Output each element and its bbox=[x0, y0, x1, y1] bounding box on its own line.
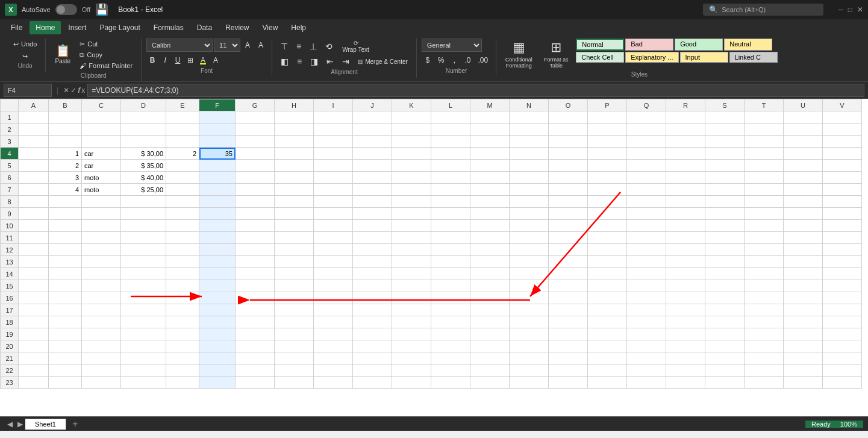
cell-j3[interactable] bbox=[353, 136, 392, 148]
cell-n14[interactable] bbox=[510, 268, 549, 280]
cell-o6[interactable] bbox=[549, 172, 588, 184]
font-size-select[interactable]: 11 bbox=[214, 39, 240, 52]
row-header-13[interactable]: 13 bbox=[1, 256, 19, 268]
cell-p17[interactable] bbox=[588, 304, 627, 316]
underline-btn[interactable]: U bbox=[172, 54, 184, 66]
row-header-3[interactable]: 3 bbox=[1, 136, 19, 148]
cell-n8[interactable] bbox=[510, 196, 549, 208]
cell-d14[interactable] bbox=[121, 268, 166, 280]
comma-btn[interactable]: , bbox=[448, 54, 460, 66]
cell-l20[interactable] bbox=[431, 340, 470, 352]
cell-s9[interactable] bbox=[705, 208, 745, 220]
cell-r7[interactable] bbox=[666, 184, 705, 196]
cell-d8[interactable] bbox=[121, 196, 166, 208]
cell-i9[interactable] bbox=[314, 208, 353, 220]
cell-i7[interactable] bbox=[314, 184, 353, 196]
cell-j22[interactable] bbox=[353, 364, 392, 377]
cell-f17[interactable] bbox=[199, 304, 236, 316]
cell-f21[interactable] bbox=[199, 352, 236, 364]
cell-r4[interactable] bbox=[666, 148, 705, 160]
minimize-btn[interactable]: ─ bbox=[838, 5, 843, 14]
cell-k3[interactable] bbox=[392, 136, 431, 148]
cell-b22[interactable] bbox=[49, 364, 82, 377]
font-color-btn[interactable]: A bbox=[210, 54, 222, 66]
cell-s13[interactable] bbox=[705, 256, 745, 268]
merge-center-btn[interactable]: ⊟ Merge & Center bbox=[354, 57, 411, 66]
font-grow-btn[interactable]: A bbox=[242, 39, 254, 51]
cell-f3[interactable] bbox=[199, 136, 236, 148]
sheet-tab-1[interactable]: Sheet1 bbox=[25, 419, 66, 430]
cell-o18[interactable] bbox=[549, 316, 588, 328]
cell-i22[interactable] bbox=[314, 364, 353, 377]
cell-c18[interactable] bbox=[82, 316, 121, 328]
font-shrink-btn[interactable]: A bbox=[255, 39, 267, 51]
copy-btn[interactable]: ⧉ Copy bbox=[76, 49, 136, 60]
cell-p4[interactable] bbox=[588, 148, 627, 160]
cell-h19[interactable] bbox=[275, 328, 314, 340]
cell-d2[interactable] bbox=[121, 124, 166, 136]
cell-h4[interactable] bbox=[275, 148, 314, 160]
cell-u18[interactable] bbox=[784, 316, 823, 328]
cell-c12[interactable] bbox=[82, 244, 121, 256]
cell-c22[interactable] bbox=[82, 364, 121, 377]
cell-n11[interactable] bbox=[510, 232, 549, 244]
cell-n19[interactable] bbox=[510, 328, 549, 340]
cell-o17[interactable] bbox=[549, 304, 588, 316]
col-header-r[interactable]: R bbox=[666, 99, 705, 111]
cell-s20[interactable] bbox=[705, 340, 745, 352]
cell-b10[interactable] bbox=[49, 220, 82, 232]
align-middle-btn[interactable]: ≡ bbox=[293, 40, 305, 52]
cell-d7[interactable]: $ 25,00 bbox=[121, 184, 166, 196]
cell-f20[interactable] bbox=[199, 340, 236, 352]
cell-t21[interactable] bbox=[745, 352, 784, 364]
cell-q18[interactable] bbox=[627, 316, 666, 328]
cell-t10[interactable] bbox=[745, 220, 784, 232]
cell-b7[interactable]: 4 bbox=[49, 184, 82, 196]
cell-l18[interactable] bbox=[431, 316, 470, 328]
cell-i5[interactable] bbox=[314, 160, 353, 172]
cell-f6[interactable] bbox=[199, 172, 236, 184]
cell-e4[interactable]: 2 bbox=[166, 148, 199, 160]
cell-q11[interactable] bbox=[627, 232, 666, 244]
cell-j4[interactable] bbox=[353, 148, 392, 160]
cell-q8[interactable] bbox=[627, 196, 666, 208]
cell-v16[interactable] bbox=[823, 292, 862, 304]
cell-p19[interactable] bbox=[588, 328, 627, 340]
cell-n21[interactable] bbox=[510, 352, 549, 364]
cell-o22[interactable] bbox=[549, 364, 588, 377]
cell-c9[interactable] bbox=[82, 208, 121, 220]
cell-d12[interactable] bbox=[121, 244, 166, 256]
cell-p8[interactable] bbox=[588, 196, 627, 208]
cell-o1[interactable] bbox=[549, 111, 588, 124]
grid-scroll[interactable]: A B C D E F G H I J K L M N O P Q bbox=[0, 99, 868, 416]
cell-l21[interactable] bbox=[431, 352, 470, 364]
cell-v12[interactable] bbox=[823, 244, 862, 256]
menu-view[interactable]: View bbox=[257, 21, 284, 34]
style-normal-btn[interactable]: Normal bbox=[576, 39, 624, 51]
cell-h2[interactable] bbox=[275, 124, 314, 136]
cell-q21[interactable] bbox=[627, 352, 666, 364]
cell-u21[interactable] bbox=[784, 352, 823, 364]
cell-v11[interactable] bbox=[823, 232, 862, 244]
cell-g6[interactable] bbox=[236, 172, 275, 184]
cell-m14[interactable] bbox=[470, 268, 510, 280]
cell-f23[interactable] bbox=[199, 377, 236, 389]
cell-k21[interactable] bbox=[392, 352, 431, 364]
cell-v22[interactable] bbox=[823, 364, 862, 377]
cell-e11[interactable] bbox=[166, 232, 199, 244]
cell-a2[interactable] bbox=[19, 124, 49, 136]
cell-e9[interactable] bbox=[166, 208, 199, 220]
cell-d11[interactable] bbox=[121, 232, 166, 244]
cell-f11[interactable] bbox=[199, 232, 236, 244]
cell-b16[interactable] bbox=[49, 292, 82, 304]
cell-s8[interactable] bbox=[705, 196, 745, 208]
cell-m4[interactable] bbox=[470, 148, 510, 160]
cell-r6[interactable] bbox=[666, 172, 705, 184]
cell-n20[interactable] bbox=[510, 340, 549, 352]
cell-o8[interactable] bbox=[549, 196, 588, 208]
cell-n7[interactable] bbox=[510, 184, 549, 196]
cell-e20[interactable] bbox=[166, 340, 199, 352]
cancel-formula-btn[interactable]: ✕ bbox=[63, 86, 69, 95]
cell-k15[interactable] bbox=[392, 280, 431, 292]
cell-f16[interactable] bbox=[199, 292, 236, 304]
